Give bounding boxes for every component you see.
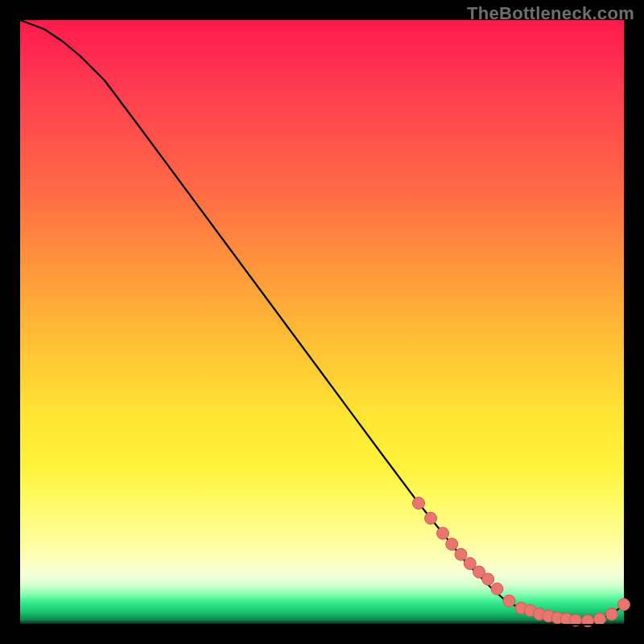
curve-marker bbox=[606, 609, 618, 621]
curve-marker bbox=[437, 527, 449, 539]
bottleneck-curve bbox=[20, 20, 624, 621]
x-axis bbox=[20, 624, 624, 625]
y-axis bbox=[19, 20, 20, 624]
curve-layer bbox=[20, 20, 624, 624]
curve-marker bbox=[491, 583, 503, 595]
curve-marker bbox=[482, 573, 494, 585]
curve-marker bbox=[618, 599, 630, 611]
curve-marker bbox=[455, 548, 467, 560]
curve-markers bbox=[413, 497, 630, 627]
curve-marker bbox=[413, 497, 425, 510]
watermark-text: TheBottleneck.com bbox=[467, 3, 634, 24]
curve-marker bbox=[425, 512, 437, 524]
curve-marker bbox=[503, 595, 515, 607]
chart-stage: TheBottleneck.com bbox=[0, 0, 644, 644]
curve-marker bbox=[446, 539, 458, 551]
